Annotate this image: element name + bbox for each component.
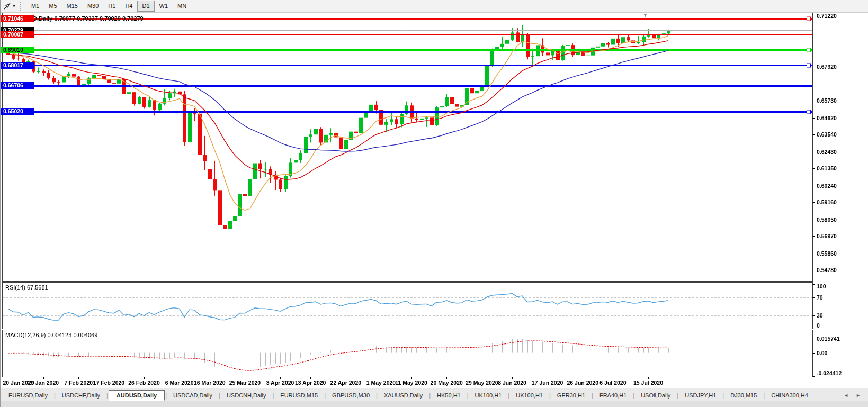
chart-tab-dj30-m15[interactable]: DJ30,M15 — [724, 390, 763, 401]
timeframe-button-m5[interactable]: M5 — [44, 1, 61, 12]
macd-axis-tick-max: 0.015741 — [817, 336, 840, 342]
tab-scroll-left-icon[interactable]: ◄ — [844, 393, 848, 398]
date-axis-tick: 15 Jul 2020 — [633, 379, 663, 386]
price-axis-tick: 0.67920 — [817, 64, 837, 70]
chart-tab-uk100-h1[interactable]: UK100,H1 — [510, 390, 549, 401]
macd-indicator-label: MACD(12,26,9) 0.004123 0.004069 — [5, 332, 97, 338]
date-axis-tick: 29 Jan 2020 — [28, 379, 59, 386]
level-price-tag: 0.65020 — [1, 108, 34, 115]
chart-tab-fra40-h1[interactable]: FRA40,H1 — [594, 390, 632, 401]
chart-tab-audusd-daily[interactable]: AUDUSD,Daily — [109, 390, 165, 401]
date-axis-tick: 8 Jun 2020 — [498, 379, 526, 386]
timeframe-button-m15[interactable]: M15 — [62, 1, 83, 12]
timeframe-button-mn[interactable]: MN — [173, 1, 191, 12]
price-axis-tick: 0.56970 — [817, 233, 837, 239]
date-axis-tick: 1 May 2020 — [366, 379, 396, 386]
chart-tab-usdjpy-h1[interactable]: USDJPY,H1 — [679, 390, 722, 401]
chart-tab-bar: EURUSD,Daily|USDCHF,Daily|AUDUSD,Daily|U… — [1, 388, 868, 402]
timeframe-button-m1[interactable]: M1 — [26, 1, 44, 12]
chart-tab-hk50-h1[interactable]: HK50,H1 — [431, 390, 467, 401]
date-axis-tick: 17 Feb 2020 — [93, 379, 125, 386]
date-axis-tick: 22 Apr 2020 — [330, 379, 362, 386]
date-axis-tick: 7 Feb 2020 — [64, 379, 93, 386]
rsi-indicator-label: RSI(14) 67.5681 — [5, 284, 48, 291]
rsi-axis-tick: 70 — [817, 294, 823, 301]
chart-tabs: EURUSD,Daily|USDCHF,Daily|AUDUSD,Daily|U… — [3, 390, 814, 401]
date-axis-tick: 3 Apr 2020 — [266, 379, 294, 386]
date-axis-tick: 11 May 2020 — [395, 379, 427, 386]
chart-canvas[interactable] — [1, 0, 868, 407]
chart-tab-eurusd-daily[interactable]: EURUSD,Daily — [3, 390, 53, 401]
price-axis-tick: 0.60240 — [817, 183, 837, 189]
price-axis-tick: 0.62430 — [817, 149, 837, 155]
date-axis-tick: 6 Mar 2020 — [165, 379, 194, 386]
tab-scroll-controls: ◄ ► — [844, 393, 861, 398]
price-axis-tick: 0.65730 — [817, 97, 837, 104]
chart-tab-eurusd-m15[interactable]: EURUSD,M15 — [274, 390, 324, 401]
level-price-tag: 0.71046 — [1, 15, 34, 22]
price-axis-tick: 0.54780 — [817, 267, 837, 273]
timeframe-button-h1[interactable]: H1 — [103, 1, 120, 12]
chart-tab-usdcnh-daily[interactable]: USDCNH,Daily — [221, 390, 272, 401]
rsi-axis-tick: 100 — [817, 283, 826, 290]
timeframe-button-w1[interactable]: W1 — [155, 1, 173, 12]
chart-tab-xauusd-daily[interactable]: XAUUSD,Daily — [378, 390, 428, 401]
date-axis-tick: 26 Feb 2020 — [128, 379, 160, 386]
chart-cursor-icon-glyph — [3, 3, 11, 10]
chart-cursor-icon[interactable]: ▼ — [2, 2, 17, 11]
timeframe-button-h4[interactable]: H4 — [120, 1, 137, 12]
toolbar-grip[interactable] — [20, 2, 23, 11]
timeframe-button-d1[interactable]: D1 — [137, 1, 154, 12]
level-price-tag: 0.69010 — [1, 47, 34, 53]
main-toolbar: ▼ M1M5M15M30H1H4D1W1MN — [1, 0, 868, 13]
chart-tab-usoil-daily[interactable]: USOil,Daily — [635, 390, 676, 401]
window-bottom-strip — [1, 401, 868, 407]
price-axis-tick: 0.61350 — [817, 165, 837, 171]
price-axis-tick: 0.59160 — [817, 199, 837, 205]
price-axis-tick: 0.63540 — [817, 131, 837, 138]
date-axis-tick: 6 Jul 2020 — [599, 379, 626, 386]
date-axis-tick: 16 Mar 2020 — [194, 379, 226, 386]
date-axis-tick: 17 Jun 2020 — [532, 379, 563, 386]
timeframe-button-m30[interactable]: M30 — [83, 1, 103, 12]
level-price-tag: 0.68017 — [1, 62, 34, 69]
tab-scroll-right-icon[interactable]: ► — [856, 393, 861, 398]
chart-tab-gbpusd-m30[interactable]: GBPUSD,M30 — [326, 390, 375, 401]
rsi-axis-tick: 30 — [817, 312, 823, 319]
chart-tab-ger30-h1[interactable]: GER30,H1 — [551, 390, 591, 401]
level-price-tag: 0.66706 — [1, 82, 34, 89]
price-axis-tick: 0.58050 — [817, 216, 837, 223]
date-axis-tick: 13 Apr 2020 — [295, 379, 326, 386]
price-axis-tick: 0.64620 — [817, 115, 837, 121]
dropdown-caret-icon[interactable]: ▼ — [12, 4, 16, 8]
chart-tab-uk100-h1[interactable]: UK100,H1 — [469, 390, 508, 401]
timeframe-buttons: M1M5M15M30H1H4D1W1MN — [26, 1, 191, 12]
chart-tab-usdchf-daily[interactable]: USDCHF,Daily — [56, 390, 106, 401]
macd-axis-tick-zero: 0.00 — [817, 350, 827, 356]
macd-axis-tick-min: -0.024412 — [817, 370, 842, 376]
date-axis-tick: 29 May 2020 — [466, 379, 498, 386]
price-axis-tick: 0.71220 — [817, 13, 837, 19]
chart-tab-usdcad-daily[interactable]: USDCAD,Daily — [167, 390, 218, 401]
chart-shift-marker[interactable]: ▼ — [643, 13, 648, 18]
rsi-axis-tick: 0 — [817, 322, 820, 329]
date-axis-tick: 25 Mar 2020 — [229, 379, 261, 386]
date-axis-tick: 20 May 2020 — [431, 379, 463, 386]
date-axis-tick: 26 Jun 2020 — [567, 379, 598, 386]
trading-platform-window: ▼ M1M5M15M30H1H4D1W1MN ▼ AUDUSD,Daily 0.… — [0, 0, 868, 407]
chart-tab-china300-h4[interactable]: CHINA300,H4 — [765, 390, 814, 401]
price-axis-tick: 0.55860 — [817, 250, 837, 257]
level-price-tag: 0.70007 — [1, 31, 34, 38]
